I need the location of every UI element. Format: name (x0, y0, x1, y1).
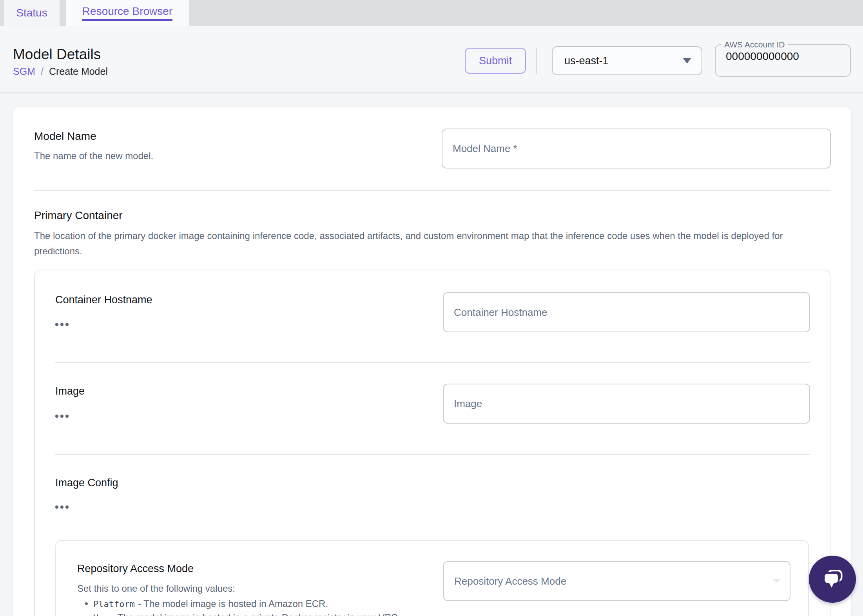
repository-access-mode-description: Set this to one of the following values: (77, 583, 235, 594)
field-divider (55, 454, 810, 455)
model-name-label: Model Name (34, 130, 96, 143)
page-title: Model Details (13, 46, 101, 63)
field-divider (55, 362, 810, 363)
aws-account-id-input[interactable] (726, 50, 836, 63)
model-name-description: The name of the new model. (34, 150, 153, 161)
option-text: - The model image is hosted in Amazon EC… (138, 597, 328, 611)
page-header: Model Details SGM / Create Model Submit … (0, 26, 863, 93)
option-text: - The model image is hosted in a private… (112, 611, 401, 616)
primary-container-group: Container Hostname Image Image Config Re… (34, 270, 830, 616)
breadcrumb-current: Create Model (49, 66, 108, 77)
repository-access-mode-options: Platform - The model image is hosted in … (85, 597, 401, 616)
region-select-value: us-east-1 (564, 55, 609, 67)
region-select[interactable]: us-east-1 (552, 46, 702, 75)
chat-widget-button[interactable] (809, 556, 856, 603)
aws-account-id-label: AWS Account ID (721, 40, 788, 49)
breadcrumb: SGM / Create Model (13, 66, 108, 77)
model-details-card: Model Name The name of the new model. Pr… (13, 106, 852, 616)
repository-access-mode-select[interactable]: Repository Access Mode (443, 561, 790, 601)
chat-bubbles-icon (820, 567, 845, 592)
image-config-label: Image Config (55, 477, 118, 489)
breadcrumb-root-link[interactable]: SGM (13, 66, 35, 77)
model-name-input[interactable] (442, 129, 831, 168)
section-divider (34, 190, 831, 191)
image-label: Image (55, 385, 85, 397)
container-hostname-label: Container Hostname (55, 294, 152, 306)
option-code: Platform (93, 598, 135, 611)
image-more-icon[interactable] (55, 415, 69, 418)
tab-bar: Status Resource Browser (0, 0, 863, 26)
list-item: Platform - The model image is hosted in … (85, 597, 401, 611)
image-config-more-icon[interactable] (55, 505, 69, 509)
image-input[interactable] (443, 384, 810, 424)
repository-access-mode-placeholder: Repository Access Mode (454, 575, 566, 587)
aws-account-id-field: AWS Account ID (715, 40, 851, 77)
container-hostname-more-icon[interactable] (55, 323, 69, 326)
primary-container-label: Primary Container (34, 209, 123, 222)
bullet-icon (85, 602, 88, 605)
submit-button[interactable]: Submit (465, 48, 526, 74)
primary-container-description: The location of the primary docker image… (34, 228, 830, 259)
chevron-down-icon (772, 579, 780, 583)
tab-resource-browser[interactable]: Resource Browser (66, 0, 189, 26)
tab-status[interactable]: Status (4, 0, 60, 26)
repository-access-mode-label: Repository Access Mode (77, 563, 194, 575)
breadcrumb-separator: / (41, 66, 44, 77)
list-item: Vpc - The model image is hosted in a pri… (85, 611, 401, 616)
header-divider (536, 48, 537, 74)
tab-status-label: Status (16, 7, 47, 19)
chevron-down-icon (683, 58, 691, 63)
image-config-group: Repository Access Mode Set this to one o… (55, 540, 809, 616)
container-hostname-input[interactable] (443, 292, 810, 332)
option-code: Vpc (93, 611, 109, 616)
tab-resource-browser-label: Resource Browser (82, 5, 172, 21)
